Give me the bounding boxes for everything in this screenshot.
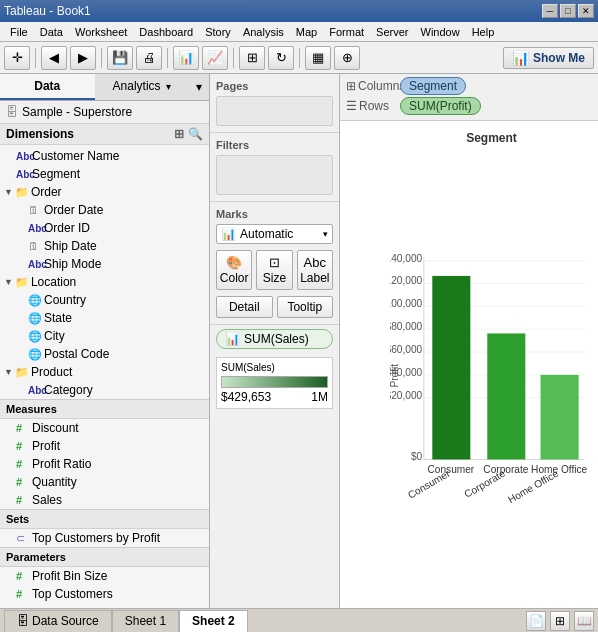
toolbar-print[interactable]: 🖨: [136, 46, 162, 70]
meas-profit[interactable]: # Profit: [0, 437, 209, 455]
toolbar-back[interactable]: ◀: [41, 46, 67, 70]
datasource-tab[interactable]: 🗄 Data Source: [4, 610, 112, 632]
analytics-tab[interactable]: Analytics ▾: [95, 74, 190, 100]
show-me-icon: 📊: [512, 50, 529, 66]
toolbar-add[interactable]: ⊕: [334, 46, 360, 70]
bar-icon: 📊: [225, 332, 240, 346]
globe-icon: 🌐: [28, 348, 44, 361]
param-top-customers[interactable]: # Top Customers: [0, 585, 209, 603]
datasource-icon: 🗄: [17, 614, 29, 628]
svg-text:$20,000: $20,000: [390, 390, 423, 401]
color-legend-labels: $429,653 1M: [221, 390, 328, 404]
toolbar-forward[interactable]: ▶: [70, 46, 96, 70]
chart-title: Segment: [390, 131, 593, 145]
menu-analysis[interactable]: Analysis: [237, 24, 290, 40]
tooltip-btn[interactable]: Tooltip: [277, 296, 334, 318]
toolbar: ✛ ◀ ▶ 💾 🖨 📊 📈 ⊞ ↻ ▦ ⊕ 📊 Show Me: [0, 42, 598, 74]
panel-settings-icon[interactable]: ▾: [189, 74, 209, 100]
bar-consumer[interactable]: [432, 276, 470, 460]
bar-chart-icon: 📊: [221, 227, 236, 241]
filters-drop-area[interactable]: [216, 155, 333, 195]
dim-ship-date[interactable]: 🗓 Ship Date: [0, 237, 209, 255]
dim-city[interactable]: 🌐 City: [0, 327, 209, 345]
search-icon[interactable]: 🔍: [188, 127, 203, 141]
meas-discount[interactable]: # Discount: [0, 419, 209, 437]
meas-sales[interactable]: # Sales: [0, 491, 209, 509]
menu-server[interactable]: Server: [370, 24, 414, 40]
dim-customer-name[interactable]: Abc Customer Name: [0, 147, 209, 165]
toolbar-crosshair[interactable]: ✛: [4, 46, 30, 70]
dim-location-folder[interactable]: ▼ 📁 Location: [0, 273, 209, 291]
param-profit-bin[interactable]: # Profit Bin Size: [0, 567, 209, 585]
menu-file[interactable]: File: [4, 24, 34, 40]
menu-worksheet[interactable]: Worksheet: [69, 24, 133, 40]
menu-data[interactable]: Data: [34, 24, 69, 40]
new-story-icon[interactable]: 📖: [574, 611, 594, 631]
sheet1-tab[interactable]: Sheet 1: [112, 610, 179, 632]
toolbar-save[interactable]: 💾: [107, 46, 133, 70]
dim-category[interactable]: Abc Category: [0, 381, 209, 399]
dim-postal-code[interactable]: 🌐 Postal Code: [0, 345, 209, 363]
rows-pill[interactable]: SUM(Profit): [400, 97, 481, 115]
calendar-icon: 🗓: [28, 204, 44, 216]
bar-home-office[interactable]: [541, 375, 579, 460]
dim-product-folder[interactable]: ▼ 📁 Product: [0, 363, 209, 381]
sum-sales-pill[interactable]: 📊 SUM(Sales): [216, 329, 333, 349]
menu-format[interactable]: Format: [323, 24, 370, 40]
hash-icon: #: [16, 570, 32, 582]
set-top-customers[interactable]: ⊂ Top Customers by Profit: [0, 529, 209, 547]
dim-order-folder[interactable]: ▼ 📁 Order: [0, 183, 209, 201]
menu-dashboard[interactable]: Dashboard: [133, 24, 199, 40]
label-btn[interactable]: Abc Label: [297, 250, 333, 290]
dim-ship-mode[interactable]: Abc Ship Mode: [0, 255, 209, 273]
dimensions-label: Dimensions: [6, 127, 74, 141]
hash-icon: #: [16, 458, 32, 470]
svg-text:$100,000: $100,000: [390, 298, 423, 309]
menu-map[interactable]: Map: [290, 24, 323, 40]
data-tab[interactable]: Data: [0, 74, 95, 100]
detail-btn[interactable]: Detail: [216, 296, 273, 318]
marks-type-dropdown[interactable]: 📊 Automatic ▾: [216, 224, 333, 244]
show-me-button[interactable]: 📊 Show Me: [503, 47, 594, 69]
bar-corporate[interactable]: [487, 333, 525, 459]
toolbar-present[interactable]: ▦: [305, 46, 331, 70]
size-btn[interactable]: ⊡ Size: [256, 250, 292, 290]
dim-order-id[interactable]: Abc Order ID: [0, 219, 209, 237]
folder-icon: 📁: [15, 186, 31, 199]
meas-profit-ratio[interactable]: # Profit Ratio: [0, 455, 209, 473]
toolbar-filter[interactable]: ⊞: [239, 46, 265, 70]
columns-pill[interactable]: Segment: [400, 77, 466, 95]
panel-tabs: Data Analytics ▾ ▾: [0, 74, 209, 101]
menu-window[interactable]: Window: [415, 24, 466, 40]
data-source-label[interactable]: Sample - Superstore: [22, 105, 132, 119]
new-dashboard-icon[interactable]: ⊞: [550, 611, 570, 631]
sheet2-tab[interactable]: Sheet 2: [179, 610, 248, 632]
columns-shelf: ⊞ Columns Segment: [346, 77, 592, 95]
minimize-btn[interactable]: ─: [542, 4, 558, 18]
expand-icon: ▼: [4, 277, 13, 287]
analytics-arrow: ▾: [166, 81, 171, 92]
new-sheet-icon[interactable]: 📄: [526, 611, 546, 631]
bar-chart: Profit $140,000 $120,000 $100,000 $80,00…: [390, 153, 593, 590]
toolbar-refresh[interactable]: ↻: [268, 46, 294, 70]
close-btn[interactable]: ✕: [578, 4, 594, 18]
color-btn[interactable]: 🎨 Color: [216, 250, 252, 290]
dim-country[interactable]: 🌐 Country: [0, 291, 209, 309]
calendar-icon: 🗓: [28, 240, 44, 252]
sets-label: Sets: [0, 509, 209, 529]
menu-help[interactable]: Help: [466, 24, 501, 40]
grid-icon[interactable]: ⊞: [174, 127, 184, 141]
dim-segment[interactable]: Abc Segment: [0, 165, 209, 183]
abc-icon: Abc: [28, 259, 44, 270]
meas-quantity[interactable]: # Quantity: [0, 473, 209, 491]
dim-state[interactable]: 🌐 State: [0, 309, 209, 327]
toolbar-chart2[interactable]: 📈: [202, 46, 228, 70]
menu-story[interactable]: Story: [199, 24, 237, 40]
maximize-btn[interactable]: □: [560, 4, 576, 18]
dim-order-date[interactable]: 🗓 Order Date: [0, 201, 209, 219]
data-source-bar: 🗄 Sample - Superstore: [0, 101, 209, 124]
folder-icon: 📁: [15, 366, 31, 379]
pages-drop-area[interactable]: [216, 96, 333, 126]
toolbar-chart1[interactable]: 📊: [173, 46, 199, 70]
set-icon: ⊂: [16, 532, 32, 545]
